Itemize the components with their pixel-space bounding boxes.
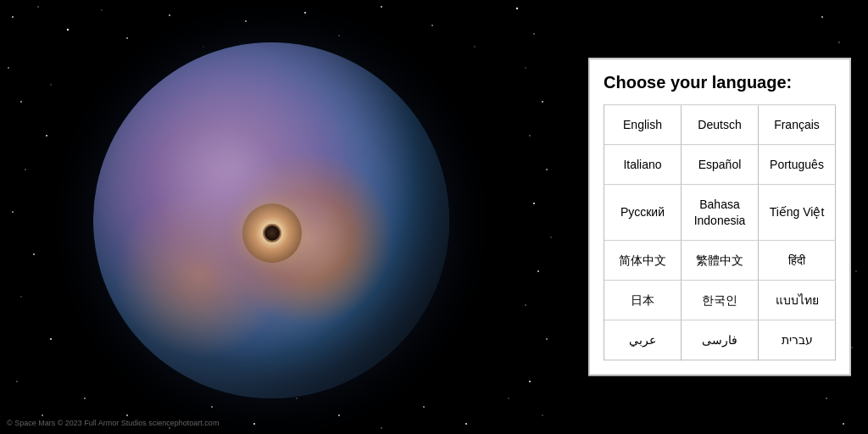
svg-point-12 xyxy=(381,6,382,8)
svg-point-63 xyxy=(851,347,852,348)
svg-point-18 xyxy=(20,101,22,103)
svg-point-35 xyxy=(525,304,526,306)
svg-point-37 xyxy=(529,381,531,382)
svg-point-28 xyxy=(525,67,526,68)
panel-title: Choose your language: xyxy=(604,73,836,92)
volcano-feature xyxy=(242,203,302,263)
volcano-eye xyxy=(263,224,281,242)
svg-point-16 xyxy=(533,33,535,35)
lang-btn-zh-hans[interactable]: 简体中文 xyxy=(604,241,682,281)
svg-point-33 xyxy=(550,236,551,237)
svg-point-30 xyxy=(529,135,531,136)
lang-btn-ar[interactable]: عربي xyxy=(604,320,682,360)
lang-btn-ru[interactable]: Русский xyxy=(604,186,682,241)
svg-point-26 xyxy=(16,381,18,382)
svg-point-60 xyxy=(855,270,856,271)
svg-point-2 xyxy=(37,6,39,8)
lang-btn-ja[interactable]: 日本 xyxy=(604,281,682,320)
lang-btn-fr[interactable]: Français xyxy=(759,105,836,145)
lang-btn-ko[interactable]: 한국인 xyxy=(682,281,759,320)
lang-btn-vi[interactable]: Tiếng Việt xyxy=(759,186,836,241)
lang-btn-de[interactable]: Deutsch xyxy=(682,105,759,145)
svg-point-46 xyxy=(381,427,382,429)
svg-point-51 xyxy=(838,42,840,43)
svg-point-4 xyxy=(101,9,102,10)
svg-point-50 xyxy=(821,16,823,18)
svg-point-15 xyxy=(516,8,518,9)
watermark: © Space Mars © 2023 Full Armor Studios s… xyxy=(7,419,219,427)
language-grid: EnglishDeutschFrançaisItalianoEspañolPor… xyxy=(604,104,836,360)
svg-point-41 xyxy=(169,427,170,429)
svg-point-22 xyxy=(12,211,14,213)
svg-point-65 xyxy=(826,398,827,399)
lang-btn-hi[interactable]: हिंदी xyxy=(759,241,836,281)
lang-btn-es[interactable]: Español xyxy=(682,146,759,186)
lang-btn-pt[interactable]: Português xyxy=(759,146,836,186)
svg-point-66 xyxy=(843,423,844,425)
planet xyxy=(93,42,449,398)
planet-container xyxy=(25,25,517,415)
svg-point-8 xyxy=(245,20,247,22)
svg-point-32 xyxy=(533,203,535,204)
lang-btn-id[interactable]: Bahasa Indonesia xyxy=(682,186,759,241)
svg-point-36 xyxy=(546,338,548,340)
lang-btn-fa[interactable]: فارسی xyxy=(682,320,759,360)
svg-point-24 xyxy=(20,296,21,297)
svg-point-31 xyxy=(546,169,548,170)
svg-point-38 xyxy=(542,415,542,415)
lang-btn-it[interactable]: Italiano xyxy=(604,146,682,186)
svg-point-43 xyxy=(253,423,255,425)
svg-point-48 xyxy=(465,423,467,425)
lang-btn-th[interactable]: แบบไทย xyxy=(759,281,836,320)
svg-point-10 xyxy=(304,12,306,14)
lang-btn-zh-hant[interactable]: 繁體中文 xyxy=(682,241,759,281)
lang-btn-he[interactable]: עברית xyxy=(759,320,836,360)
lang-btn-en[interactable]: English xyxy=(604,105,682,145)
svg-point-34 xyxy=(537,270,539,272)
svg-point-17 xyxy=(8,67,9,69)
svg-point-1 xyxy=(12,16,14,18)
svg-point-6 xyxy=(169,14,170,16)
svg-point-29 xyxy=(542,101,543,103)
language-panel: Choose your language: EnglishDeutschFran… xyxy=(588,58,851,376)
